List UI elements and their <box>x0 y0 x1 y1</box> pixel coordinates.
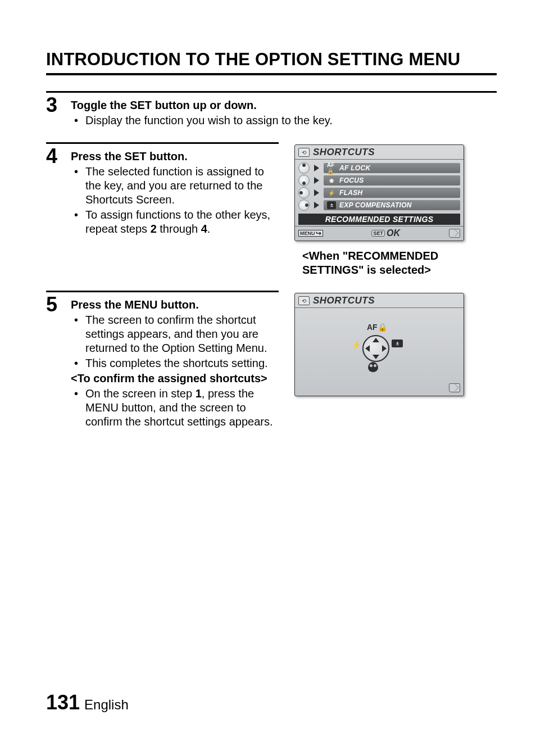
page-language: English <box>84 697 129 713</box>
shortcut-row-down: ❀FOCUS <box>298 174 460 187</box>
lcd-header: ⟲ SHORTCUTS <box>295 293 464 308</box>
lcd-header: ⟲ SHORTCUTS <box>295 145 464 160</box>
af-lock-icon: AF🔒 <box>367 323 387 332</box>
memory-card-icon <box>449 383 460 392</box>
step-4: 4 Press the SET button. The selected fun… <box>46 142 497 277</box>
step-number: 4 <box>46 146 71 166</box>
step-bullet: This completes the shortcuts setting. <box>83 356 279 370</box>
lcd-screenshot-shortcuts-list: ⟲ SHORTCUTS AF🔒AF LOCK ❀FOCUS <box>294 144 464 241</box>
title-rule <box>46 73 497 75</box>
arrow-right-icon <box>314 189 319 196</box>
step-rule <box>46 91 497 93</box>
dpad-left-icon <box>298 187 310 198</box>
page-number: 131 <box>46 691 80 714</box>
shortcut-label: AF LOCK <box>339 164 370 172</box>
step-heading: Press the MENU button. <box>71 298 279 312</box>
exposure-comp-icon: ± <box>327 201 336 209</box>
ok-label: OK <box>387 228 400 238</box>
dpad-up-icon <box>298 162 310 174</box>
caption-line: SETTINGS" is selected> <box>302 264 431 276</box>
lcd-body: AF🔒 ⚡ ± <box>295 308 464 381</box>
step-heading: Toggle the SET button up or down. <box>71 98 497 112</box>
recommended-settings-row: RECOMMENDED SETTINGS <box>298 214 460 225</box>
page-footer: 131 English <box>46 691 129 714</box>
text: On the screen in step <box>85 387 196 400</box>
step-rule <box>46 142 279 144</box>
memory-card-icon <box>449 229 460 238</box>
sub-heading: <To confirm the assigned shortcuts> <box>71 372 279 386</box>
step-number: 3 <box>46 95 71 115</box>
shortcut-label: FOCUS <box>339 176 364 184</box>
dpad-icon <box>362 335 389 362</box>
text-bold: 1 <box>196 387 202 400</box>
lcd-title: SHORTCUTS <box>313 295 375 306</box>
lcd-footer: MENU↩ SETOK <box>295 226 464 241</box>
step-rule <box>46 291 279 292</box>
text-bold: 4 <box>201 223 207 235</box>
shortcut-label: FLASH <box>339 189 363 197</box>
lcd-footer <box>295 381 464 396</box>
dpad-down-icon <box>298 175 310 186</box>
lcd-caption: <When "RECOMMENDED SETTINGS" is selected… <box>292 249 497 277</box>
step-bullet: Display the function you wish to assign … <box>83 114 497 128</box>
menu-label: MENU <box>300 230 315 236</box>
text: through <box>157 223 201 235</box>
step-5: 5 Press the MENU button. The screen to c… <box>46 291 497 430</box>
arrow-right-icon <box>314 165 319 171</box>
flash-icon: ⚡ <box>327 189 336 197</box>
shortcut-row-left: ⚡FLASH <box>298 187 460 199</box>
set-badge: SET <box>371 230 385 237</box>
shortcut-row-right: ±EXP COMPENSATION <box>298 199 460 211</box>
arrow-right-icon <box>314 177 319 184</box>
text-bold: 2 <box>151 223 157 235</box>
step-bullet: On the screen in step 1, press the MENU … <box>83 387 279 429</box>
set-ok-indicator: SETOK <box>371 228 400 238</box>
af-lock-icon: AF🔒 <box>327 164 336 172</box>
exposure-comp-glyph: ± <box>392 339 403 347</box>
arrow-right-icon <box>314 202 319 209</box>
camera-mode-icon: ⟲ <box>298 296 310 305</box>
page: INTRODUCTION TO THE OPTION SETTING MENU … <box>0 0 536 756</box>
shortcut-row-up: AF🔒AF LOCK <box>298 162 460 174</box>
step-number: 5 <box>46 295 71 315</box>
step-heading: Press the SET button. <box>71 150 279 164</box>
flower-icon: ❀ <box>327 176 336 184</box>
dpad-right-icon <box>298 200 310 211</box>
shortcut-label: EXP COMPENSATION <box>339 201 412 209</box>
step-bullet: To assign functions to the other keys, r… <box>83 208 279 236</box>
exposure-comp-icon: ± <box>392 339 403 347</box>
menu-back-icon: MENU↩ <box>298 230 323 237</box>
step-bullet: The selected function is assigned to the… <box>83 165 279 207</box>
text: . <box>207 223 211 235</box>
flash-icon: ⚡ <box>351 341 361 350</box>
caption-line: <When "RECOMMENDED <box>302 250 438 262</box>
lcd-title: SHORTCUTS <box>313 147 375 158</box>
step-bullet: The screen to confirm the shortcut setti… <box>83 313 279 355</box>
lcd-body: AF🔒AF LOCK ❀FOCUS ⚡FLASH <box>295 160 464 226</box>
page-title: INTRODUCTION TO THE OPTION SETTING MENU <box>46 49 497 70</box>
flower-icon <box>368 362 378 372</box>
camera-mode-icon: ⟲ <box>298 148 310 157</box>
step-3: 3 Toggle the SET button up or down. Disp… <box>46 91 497 129</box>
lcd-screenshot-shortcuts-confirm: ⟲ SHORTCUTS AF🔒 ⚡ ± <box>294 293 464 396</box>
